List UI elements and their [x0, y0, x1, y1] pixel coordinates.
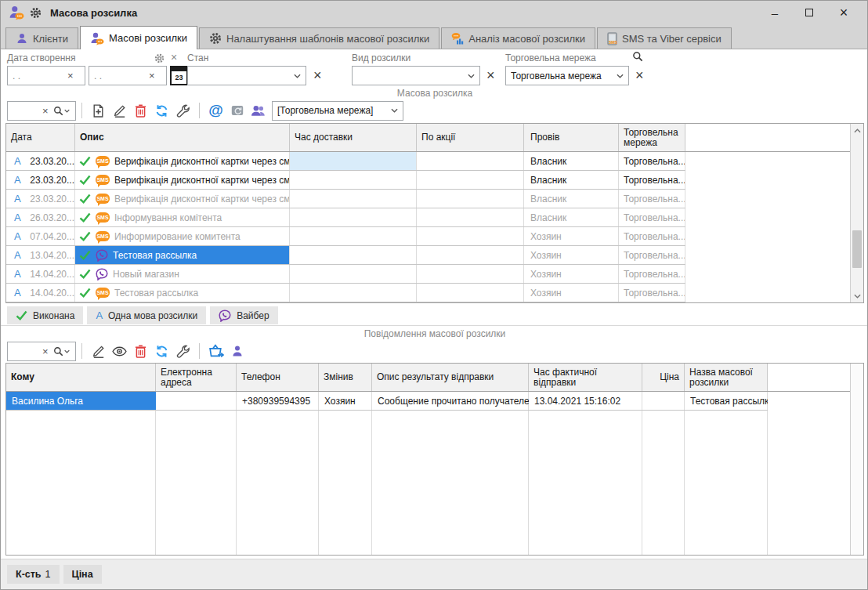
cell-description[interactable]: SMSВерифікація дисконтної картки через с… [75, 190, 290, 208]
table-row[interactable]: A23.03.20...SMSВерифікація дисконтної ка… [6, 171, 685, 190]
column-header-price[interactable]: Ціна [642, 364, 685, 391]
cell-conducted-by[interactable]: Хозяин [524, 284, 619, 302]
cell-conducted-by[interactable]: Власник [524, 208, 619, 226]
clear-search-icon[interactable]: × [38, 105, 53, 117]
cell-description[interactable]: SMSВерифікація дисконтної картки через с… [75, 171, 290, 189]
count-badge[interactable]: К-сть1 [7, 565, 60, 584]
tab-mailing-analysis[interactable]: Аналіз масової розсилки [441, 27, 595, 49]
cell-trade-network[interactable]: Торговельна... [619, 246, 685, 264]
calendar-button[interactable]: 23 [170, 66, 188, 85]
right-scroll-strip[interactable] [850, 364, 863, 555]
clear-search-icon[interactable]: × [38, 346, 53, 357]
date-to-field[interactable]: × [89, 66, 167, 85]
cell-description[interactable]: Тестовая рассылка [75, 246, 290, 264]
delete-button[interactable] [130, 341, 151, 361]
email-sync-button[interactable] [226, 100, 248, 121]
table-row[interactable]: A14.04.20...Новый магазинХозяинТорговель… [6, 265, 685, 284]
view-button[interactable] [109, 341, 130, 361]
clear-date-to-icon[interactable]: × [144, 70, 160, 81]
scroll-down-icon[interactable] [851, 289, 863, 302]
filter-settings-icon[interactable] [154, 53, 165, 63]
cell-promo[interactable] [417, 246, 524, 264]
cell-conducted-by[interactable]: Хозяин [524, 246, 619, 264]
column-header-description[interactable]: Опис [75, 124, 290, 151]
delete-button[interactable] [130, 100, 151, 121]
cell-email[interactable] [156, 392, 237, 410]
column-header-promo[interactable]: По акції [417, 124, 524, 151]
column-header-email[interactable]: Електронна адреса [156, 364, 237, 391]
cell-conducted-by[interactable]: Власник [524, 190, 619, 208]
legend-item[interactable]: Виконана [7, 306, 83, 324]
cell-trade-network[interactable]: Торговельна... [619, 227, 685, 245]
vertical-scrollbar[interactable] [850, 124, 863, 302]
cell-date[interactable]: A23.03.20... [6, 152, 75, 170]
state-select[interactable] [187, 66, 306, 85]
table-row[interactable]: A26.03.20...SMSІнформування комітентаВла… [6, 208, 685, 227]
cell-send-time[interactable]: 13.04.2021 15:16:02 [529, 392, 642, 410]
cell-delivery-time[interactable] [290, 227, 417, 245]
basket-button[interactable] [205, 341, 226, 361]
mailing-search-field[interactable]: × [7, 101, 76, 121]
table-row[interactable]: A14.04.20...SMSТестовая рассылкаХозяинТо… [6, 284, 685, 302]
cell-delivery-time[interactable] [290, 284, 417, 302]
add-button[interactable] [88, 100, 109, 121]
column-header-trade-network[interactable]: Торговельна мережа [619, 124, 685, 151]
tab-sms-viber-services[interactable]: SMS SMS та Viber сервіси [597, 27, 732, 49]
mailing-kind-select[interactable] [352, 66, 480, 85]
table-row[interactable]: Василина Ольга+380939594395ХозяинСообщен… [6, 392, 768, 411]
price-badge[interactable]: Ціна [63, 565, 102, 584]
cell-date[interactable]: A14.04.20... [6, 265, 75, 283]
messages-search-field[interactable]: × [7, 342, 76, 361]
cell-price[interactable] [642, 392, 685, 410]
cell-mailing-name[interactable]: Тестовая рассылка [685, 392, 768, 410]
cell-date[interactable]: A23.03.20... [6, 171, 75, 189]
recipients-button[interactable] [248, 100, 269, 121]
tab-clients[interactable]: Клієнти [5, 27, 78, 49]
column-header-send-result[interactable]: Опис результату відправки [372, 364, 529, 391]
cell-delivery-time[interactable] [290, 152, 417, 170]
column-header-phone[interactable]: Телефон [237, 364, 319, 391]
cell-promo[interactable] [417, 171, 524, 189]
scrollbar-thumb[interactable] [852, 230, 862, 268]
cell-to[interactable]: Василина Ольга [6, 392, 156, 410]
column-header-mailing-name[interactable]: Назва масової розсилки [685, 364, 768, 391]
cell-promo[interactable] [417, 190, 524, 208]
cell-trade-network[interactable]: Торговельна... [619, 208, 685, 226]
table-row[interactable]: A07.04.20...SMSИнформирование комитентаХ… [6, 227, 685, 246]
minimize-button[interactable]: – [758, 1, 792, 24]
cell-promo[interactable] [417, 208, 524, 226]
table-row[interactable]: A23.03.20...SMSВерифікація дисконтної ка… [6, 152, 685, 171]
cell-conducted-by[interactable]: Хозяин [524, 265, 619, 283]
refresh-button[interactable] [151, 341, 172, 361]
column-header-send-time[interactable]: Час фактичної відправки [529, 364, 642, 391]
trade-network-select[interactable]: Торговельна мережа [505, 66, 629, 85]
service-button[interactable] [172, 341, 193, 361]
column-header-to[interactable]: Кому [6, 364, 156, 391]
search-icon[interactable] [632, 51, 643, 62]
cell-promo[interactable] [417, 265, 524, 283]
cell-send-result[interactable]: Сообщение прочитано получателем [372, 392, 529, 410]
date-from-field[interactable]: × [7, 66, 85, 85]
scroll-up-icon[interactable] [851, 124, 863, 137]
date-from-input[interactable] [8, 71, 63, 81]
close-button[interactable]: × [826, 1, 861, 24]
cell-date[interactable]: A13.04.20... [6, 246, 75, 264]
cell-description[interactable]: Новый магазин [75, 265, 290, 283]
clear-trade-network-icon[interactable]: × [635, 67, 644, 84]
cell-date[interactable]: A26.03.20... [6, 208, 75, 226]
cell-trade-network[interactable]: Торговельна... [619, 171, 685, 189]
column-header-delivery-time[interactable]: Час доставки [290, 124, 417, 151]
filter-clear-icon[interactable]: × [171, 51, 177, 63]
cell-promo[interactable] [417, 227, 524, 245]
cell-phone[interactable]: +380939594395 [237, 392, 319, 410]
edit-button[interactable] [88, 341, 109, 361]
cell-delivery-time[interactable] [290, 171, 417, 189]
clear-mailing-kind-icon[interactable]: × [486, 67, 495, 84]
date-to-input[interactable] [89, 71, 144, 81]
cell-trade-network[interactable]: Торговельна... [619, 190, 685, 208]
cell-changed-by[interactable]: Хозяин [319, 392, 372, 410]
cell-conducted-by[interactable]: Власник [524, 171, 619, 189]
refresh-button[interactable] [151, 100, 172, 121]
cell-trade-network[interactable]: Торговельна... [619, 265, 685, 283]
cell-promo[interactable] [417, 152, 524, 170]
